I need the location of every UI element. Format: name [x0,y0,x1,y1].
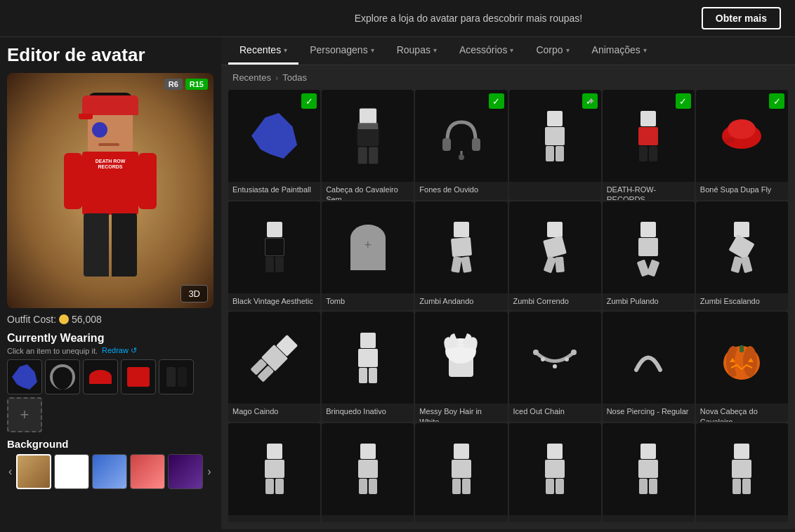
svg-rect-0 [442,138,451,151]
currently-wearing-title: Currently Wearing [7,332,214,345]
grid-item-10[interactable]: Zumbi Correndo [509,201,601,310]
bg-item-white[interactable] [54,454,89,489]
svg-point-3 [459,154,464,160]
grid-item-1[interactable]: ✓ Entusiasta de Paintball [228,90,320,200]
bg-item-blue[interactable] [92,454,127,489]
redraw-link[interactable]: Redraw ↺ [102,346,137,355]
outfit-cost: Outfit Cost: 56,008 [7,314,214,325]
checkmark-5: ✓ [676,93,691,109]
grid-item-label-12: Zumbi Escalando [696,293,788,310]
checkmark-1: ✓ [301,93,317,109]
background-section-title: Background [7,438,214,450]
grid-item-5[interactable]: ✓ DEATH-ROW- RECORDS- [603,90,695,200]
tab-personagens[interactable]: Personagens ▾ [298,37,386,65]
outfit-cost-value: 56,008 [72,314,102,325]
bg-next-arrow[interactable]: › [206,465,212,478]
svg-point-13 [565,357,569,361]
grid-item-15[interactable]: Messy Boy Hair in White [415,312,507,422]
avatar-3d-button[interactable]: 3D [180,285,208,302]
tab-roupas[interactable]: Roupas ▾ [386,37,448,65]
wearing-item-chain[interactable] [45,359,80,394]
grid-item-label-9: Zumbi Andando [415,293,507,310]
breadcrumb-parent[interactable]: Recentes [232,72,271,83]
background-strip: ‹ › [7,454,214,489]
grid-item-8[interactable]: Tomb [322,201,414,310]
breadcrumb-current: Todas [282,72,307,83]
grid-item-16[interactable]: Iced Out Chain [509,312,601,422]
grid-item-13[interactable]: Mago Caindo [228,312,320,422]
grid-item-label-13: Mago Caindo [228,404,320,420]
svg-rect-18 [740,345,744,352]
grid-item-18[interactable]: Nova Cabeça do Cavaleiro [696,312,788,422]
grid-item-label-15: Messy Boy Hair in White [415,404,507,422]
bg-prev-arrow[interactable]: ‹ [7,465,13,478]
grid-item-label-22 [509,515,601,522]
tab-recentes[interactable]: Recentes ▾ [228,37,298,65]
grid-item-label-10: Zumbi Correndo [509,293,601,310]
grid-item-label-6: Boné Supa Dupa Fly [696,182,788,199]
right-panel: Recentes ▾ Personagens ▾ Roupas ▾ Acessó… [221,37,795,529]
svg-point-11 [541,357,545,361]
svg-point-5 [728,119,756,139]
grid-item-3[interactable]: ✓ Fones de Ouvido [415,90,507,200]
avatar-preview: R6 R15 [7,73,213,308]
grid-item-label-7: Black Vintage Aesthetic [228,293,320,310]
grid-item-label-2: Cabeça do Cavaleiro Sem [322,182,414,200]
grid-item-21[interactable] [415,423,507,522]
nav-tabs: Recentes ▾ Personagens ▾ Roupas ▾ Acessó… [221,37,795,65]
bg-item-purple[interactable] [168,454,203,489]
bg-item-gold[interactable] [16,454,51,489]
grid-item-9[interactable]: Zumbi Andando [415,201,507,310]
grid-item-24[interactable] [696,423,788,522]
grid-item-label-21 [415,515,507,522]
grid-item-label-14: Brinquedo Inativo [322,404,414,420]
wearing-item-shirt[interactable] [121,359,156,394]
tab-corpo[interactable]: Corpo ▾ [525,37,580,65]
grid-item-label-8: Tomb [322,293,414,310]
grid-item-label-19 [228,515,320,522]
grid-item-7[interactable]: Black Vintage Aesthetic [228,201,320,310]
grid-item-19[interactable] [228,423,320,522]
breadcrumb-separator: › [275,72,278,83]
currently-wearing-sub: Click an item to unequip it. Redraw ↺ [7,346,214,355]
grid-item-14[interactable]: Brinquedo Inativo [322,312,414,422]
tab-animacoes[interactable]: Animações ▾ [581,37,658,65]
grid-item-label-24 [696,515,788,522]
bg-item-phone[interactable] [130,454,165,489]
breadcrumb: Recentes › Todas [221,65,795,90]
banner-text: Explore a loja do avatar para descobrir … [355,13,583,24]
coin-icon [59,314,69,324]
wearing-item-add[interactable]: + [7,397,42,432]
top-banner: Explore a loja do avatar para descobrir … [0,0,795,37]
grid-item-label-3: Fones de Ouvido [415,182,507,199]
badge-r15: R15 [185,79,208,90]
obter-mais-button[interactable]: Obter mais [702,7,781,29]
grid-item-6[interactable]: ✓ Boné Supa Dupa Fly [696,90,788,200]
grid-item-label-20 [322,515,414,522]
grid-item-label-1: Entusiasta de Paintball [228,182,320,199]
avatar-art: DEATH ROWRECORDS [40,86,180,296]
grid-item-22[interactable] [509,423,601,522]
wearing-item-pants[interactable] [159,359,194,394]
grid-item-label-16: Iced Out Chain [509,404,601,420]
grid-item-12[interactable]: Zumbi Escalando [696,201,788,310]
grid-item-label-18: Nova Cabeça do Cavaleiro [696,404,788,422]
grid-item-23[interactable] [603,423,695,522]
grid-item-4[interactable]: ✓ ✦ [509,90,601,200]
grid-item-17[interactable]: Nose Piercing - Regular [603,312,695,422]
main-layout: Editor de avatar R6 R15 [0,37,795,529]
grid-item-2[interactable]: Cabeça do Cavaleiro Sem [322,90,414,200]
wearing-item-paint[interactable] [7,359,42,394]
checkmark-6: ✓ [769,93,784,109]
wearing-item-cap[interactable] [83,359,118,394]
bg-items [16,454,203,489]
left-panel: Editor de avatar R6 R15 [0,37,221,529]
grid-item-11[interactable]: Zumbi Pulando [603,201,695,310]
grid-item-20[interactable] [322,423,414,522]
items-grid: ✓ Entusiasta de Paintball [221,90,795,529]
checkmark-3: ✓ [489,93,504,109]
page-title: Editor de avatar [7,44,214,66]
svg-rect-1 [472,138,480,151]
svg-point-12 [553,364,557,368]
tab-acessorios[interactable]: Acessórios ▾ [448,37,525,65]
